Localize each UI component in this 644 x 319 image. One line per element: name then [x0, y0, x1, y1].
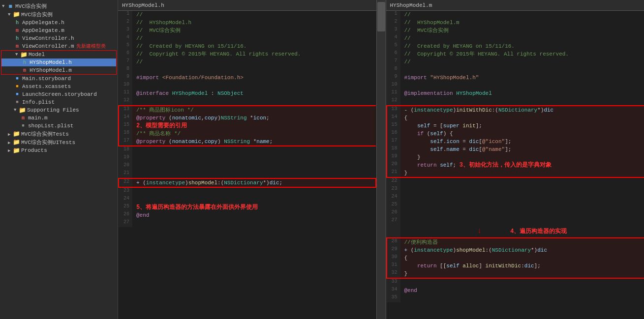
divider-thumb	[377, 2, 385, 31]
r-code-line-15: 15 self = [super init];	[387, 122, 644, 130]
sidebar-label-hyshopmodel-m: HYShopModel.m	[30, 67, 72, 73]
r-code-line-5: 5// Created by HEYANG on 15/11/16.	[387, 42, 644, 50]
r-code-line-8: 8	[387, 66, 644, 74]
code-line-13: 13/** 商品图标icon */	[119, 106, 376, 114]
code-line-8: 8	[119, 66, 376, 74]
r-code-line-11: 11@implementation HYShopModel	[387, 89, 644, 97]
r-code-line-6: 6// Copyright © 2015年 HEYANG. All rights…	[387, 50, 644, 58]
sidebar-label-uitests: MVC综合实例UITests	[21, 139, 75, 146]
sidebar-item-shoplist-plist[interactable]: ■ shopList.plist	[0, 122, 118, 130]
r-code-line-34: 34@end	[387, 287, 644, 294]
sidebar-item-info-plist[interactable]: ■ Info.plist	[0, 98, 118, 106]
sidebar-item-hyshopmodel-h[interactable]: h HYShopModel.h	[1, 58, 116, 66]
sidebar-item-root-toggle[interactable]: ▼ ◼ MVC综合实例	[0, 2, 118, 10]
r-code-line-27: 27	[387, 217, 644, 225]
right-panel-wrapper: HYShopModel.m 1// 2// HYShopModel.m 3// …	[386, 0, 644, 319]
appdelegate-m-icon: m	[14, 27, 21, 34]
hyshopmodel-h-icon: h	[21, 59, 28, 66]
sidebar-label-main-m: main.m	[28, 115, 48, 121]
triangle-root: ▼	[2, 4, 7, 9]
sidebar-label-appdelegate-m: AppDelegate.m	[22, 28, 64, 33]
left-panel-filename: HYShopModel.h	[122, 2, 164, 8]
sidebar: ▼ ◼ MVC综合实例 ▼ 📁 MVC综合实例 h AppDelegate.h …	[0, 0, 118, 319]
sidebar-item-uitests[interactable]: ▶ 📁 MVC综合实例UITests	[0, 138, 118, 146]
sidebar-item-hyshopmodel-m[interactable]: m HYShopModel.m	[1, 66, 116, 74]
sidebar-label-assets: Assets.xcassets	[22, 84, 71, 89]
r-code-line-4: 4//	[387, 34, 644, 42]
sidebar-item-supporting-files[interactable]: ▼ 📁 Supporting Files	[0, 106, 118, 114]
code-line-22: 22+ (instancetype)shopModel:(NSDictionar…	[119, 178, 376, 187]
sidebar-item-products[interactable]: ▶ 📁 Products	[0, 146, 118, 154]
r-code-line-13: 13- (instancetype)initWithDic:(NSDiction…	[387, 106, 644, 114]
hyshopmodel-m-icon: m	[21, 67, 28, 74]
left-panel-header: HYShopModel.h	[118, 0, 376, 11]
code-line-23: 23	[119, 187, 376, 196]
folder-model-icon: 📁	[20, 51, 27, 58]
code-line-27: 27	[119, 219, 376, 227]
new-model-annotation: 先新建模型类	[76, 43, 106, 50]
triangle-supporting: ▼	[14, 108, 19, 113]
folder-root-icon: ◼	[7, 3, 14, 10]
left-panel-wrapper: HYShopModel.h 1// 2// HYShopModel.h 3// …	[118, 0, 376, 319]
sidebar-label-root: MVC综合实例	[15, 2, 47, 10]
sidebar-item-launchscreen[interactable]: ■ LaunchScreen.storyboard	[0, 90, 118, 98]
folder-supporting-icon: 📁	[19, 107, 26, 114]
sidebar-item-model-group[interactable]: ▼ 📁 Model	[1, 51, 116, 58]
sidebar-item-appdelegate-m[interactable]: m AppDelegate.m	[0, 27, 118, 34]
code-line-6: 6// Copyright © 2015年 HEYANG. All rights…	[119, 50, 376, 58]
sidebar-label-main-storyboard: Main.storyboard	[22, 76, 71, 82]
folder-uitests-icon: 📁	[13, 139, 20, 146]
right-panel-content[interactable]: 1// 2// HYShopModel.m 3// MVC综合实例 4// 5/…	[386, 11, 644, 319]
sidebar-item-mvc-group[interactable]: ▼ 📁 MVC综合实例	[0, 10, 118, 19]
right-panel-filename: HYShopModel.m	[390, 2, 432, 8]
sidebar-item-main-m[interactable]: m main.m	[0, 114, 118, 122]
r-code-line-10: 10	[387, 82, 644, 89]
triangle-mvc: ▼	[8, 12, 13, 17]
sidebar-label-info-plist: Info.plist	[22, 99, 55, 105]
r-code-line-18: 18 self.name = dic[@"name"];	[387, 145, 644, 153]
r-code-line-33: 33	[387, 278, 644, 287]
viewcontroller-m-icon: m	[14, 43, 21, 50]
sidebar-item-tests[interactable]: ▶ 📁 MVC综合实例Tests	[0, 130, 118, 138]
code-line-12: 12	[119, 97, 376, 106]
triangle-uitests: ▶	[8, 140, 13, 145]
r-code-line-26-5: ↓ 4、遍历构造器的实现	[387, 225, 644, 238]
sidebar-item-assets[interactable]: ■ Assets.xcassets	[0, 83, 118, 90]
r-code-line-16: 16 if (self) {	[387, 130, 644, 138]
code-line-4: 4//	[119, 34, 376, 42]
sidebar-label-viewcontroller-m: ViewController.m	[22, 43, 74, 49]
r-code-line-7: 7//	[387, 58, 644, 66]
sidebar-item-main-storyboard[interactable]: ■ Main.storyboard	[0, 75, 118, 83]
sidebar-label-model: Model	[29, 52, 45, 58]
sidebar-item-viewcontroller-m[interactable]: m ViewController.m 先新建模型类	[0, 42, 118, 50]
folder-tests-icon: 📁	[13, 131, 20, 138]
sidebar-item-appdelegate-h[interactable]: h AppDelegate.h	[0, 19, 118, 27]
triangle-model: ▼	[15, 52, 20, 57]
r-code-line-2: 2// HYShopModel.m	[387, 19, 644, 27]
r-code-line-31: 31 return [[self alloc] initWithDic:dic]…	[387, 262, 644, 270]
triangle-tests: ▶	[8, 132, 13, 137]
left-panel-content[interactable]: 1// 2// HYShopModel.h 3// MVC综合实例 4// 5/…	[118, 11, 376, 319]
code-line-7: 7//	[119, 58, 376, 66]
code-line-3: 3// MVC综合实例	[119, 27, 376, 34]
r-code-line-35: 35	[387, 294, 644, 302]
code-line-16: 16/** 商品名称 */	[119, 130, 376, 138]
r-code-line-14: 14{	[387, 114, 644, 122]
code-line-26: 26@end	[119, 211, 376, 219]
r-code-line-21: 21}	[387, 169, 644, 177]
right-code-table: 1// 2// HYShopModel.m 3// MVC综合实例 4// 5/…	[386, 11, 644, 302]
r-code-line-22: 22	[387, 177, 644, 186]
code-line-9: 9#import <Foundation/Foundation.h>	[119, 74, 376, 82]
r-code-line-9: 9#import "HYShopModel.h"	[387, 74, 644, 82]
code-line-1: 1//	[119, 11, 376, 19]
launchscreen-icon: ■	[14, 91, 21, 98]
triangle-products: ▶	[8, 148, 13, 153]
r-code-line-1: 1//	[387, 11, 644, 19]
sidebar-label-supporting-files: Supporting Files	[27, 107, 79, 113]
sidebar-item-viewcontroller-h[interactable]: h ViewController.h	[0, 34, 118, 42]
code-line-21: 21	[119, 170, 376, 178]
sidebar-label-launchscreen: LaunchScreen.storyboard	[22, 91, 97, 97]
main-m-icon: m	[20, 115, 27, 121]
r-code-line-20: 20 return self; 3、初始化方法，传入的是字典对象	[387, 161, 644, 169]
sidebar-label-viewcontroller-h: ViewController.h	[22, 35, 74, 41]
